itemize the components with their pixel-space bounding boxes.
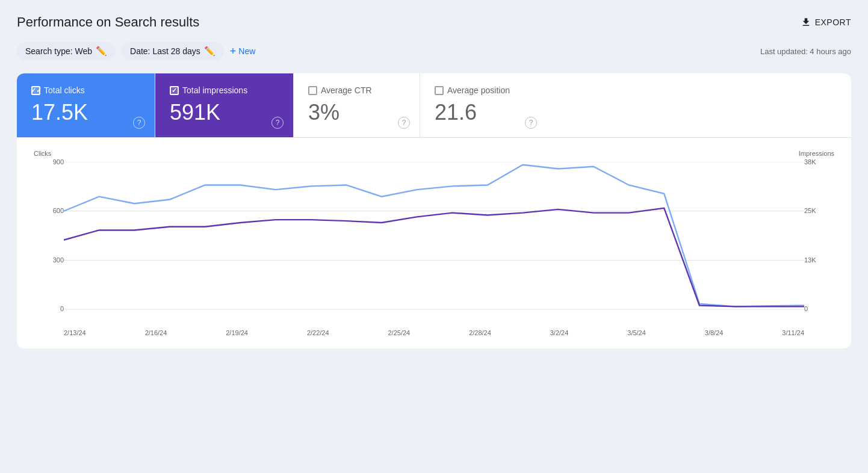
edit-icon-date: ✏️	[204, 46, 215, 57]
blue-line	[64, 165, 804, 307]
metrics-row: ✓ Total clicks 17.5K ? ✓ Total impressio…	[17, 73, 851, 138]
chart-svg-area	[64, 162, 804, 312]
metric-ctr-header: Average CTR	[308, 85, 405, 95]
page-title: Performance on Search results	[17, 14, 199, 30]
metric-total-impressions[interactable]: ✓ Total impressions 591K ?	[155, 73, 294, 137]
clicks-value: 17.5K	[31, 100, 140, 125]
chart-wrapper: Clicks Impressions 900 600 300 0 38K 25K…	[34, 150, 834, 336]
plus-icon: +	[230, 45, 237, 58]
main-card: ✓ Total clicks 17.5K ? ✓ Total impressio…	[17, 73, 851, 348]
ctr-checkbox[interactable]	[308, 86, 317, 95]
metric-average-ctr[interactable]: Average CTR 3% ?	[294, 73, 420, 137]
chart-svg	[64, 162, 804, 312]
position-checkbox[interactable]	[435, 86, 444, 95]
clicks-checkbox[interactable]: ✓	[31, 86, 40, 95]
impressions-label: Total impressions	[182, 85, 247, 95]
metric-position-header: Average position	[435, 85, 532, 95]
filter-row: Search type: Web ✏️ Date: Last 28 days ✏…	[17, 42, 851, 60]
purple-line	[64, 208, 804, 306]
search-type-filter[interactable]: Search type: Web ✏️	[17, 42, 116, 60]
chart-section: Clicks Impressions 900 600 300 0 38K 25K…	[17, 138, 851, 348]
position-label: Average position	[447, 85, 510, 95]
position-help-icon[interactable]: ?	[525, 117, 537, 129]
clicks-label: Total clicks	[44, 85, 85, 95]
download-icon	[801, 17, 811, 28]
edit-icon: ✏️	[96, 46, 107, 57]
ctr-value: 3%	[308, 100, 405, 125]
date-filter[interactable]: Date: Last 28 days ✏️	[122, 42, 224, 60]
metric-average-position[interactable]: Average position 21.6 ?	[420, 73, 547, 137]
y-axis-left: 900 600 300 0	[34, 150, 64, 312]
metric-total-clicks[interactable]: ✓ Total clicks 17.5K ?	[17, 73, 155, 137]
last-updated-text: Last updated: 4 hours ago	[760, 47, 851, 56]
export-button[interactable]: EXPORT	[801, 17, 851, 28]
header-row: Performance on Search results EXPORT	[17, 14, 851, 30]
clicks-help-icon[interactable]: ?	[133, 117, 145, 129]
impressions-help-icon[interactable]: ?	[271, 117, 284, 129]
y-axis-right: 38K 25K 13K 0	[804, 150, 834, 312]
new-button[interactable]: + New	[230, 45, 256, 58]
metric-clicks-header: ✓ Total clicks	[31, 85, 140, 95]
metric-impressions-header: ✓ Total impressions	[170, 85, 279, 95]
position-value: 21.6	[435, 100, 532, 125]
ctr-help-icon[interactable]: ?	[398, 117, 410, 129]
ctr-label: Average CTR	[321, 85, 372, 95]
page-container: Performance on Search results EXPORT Sea…	[0, 0, 868, 365]
impressions-checkbox[interactable]: ✓	[170, 86, 179, 95]
x-axis: 2/13/24 2/16/24 2/19/24 2/22/24 2/25/24 …	[64, 315, 804, 336]
impressions-value: 591K	[170, 100, 279, 125]
